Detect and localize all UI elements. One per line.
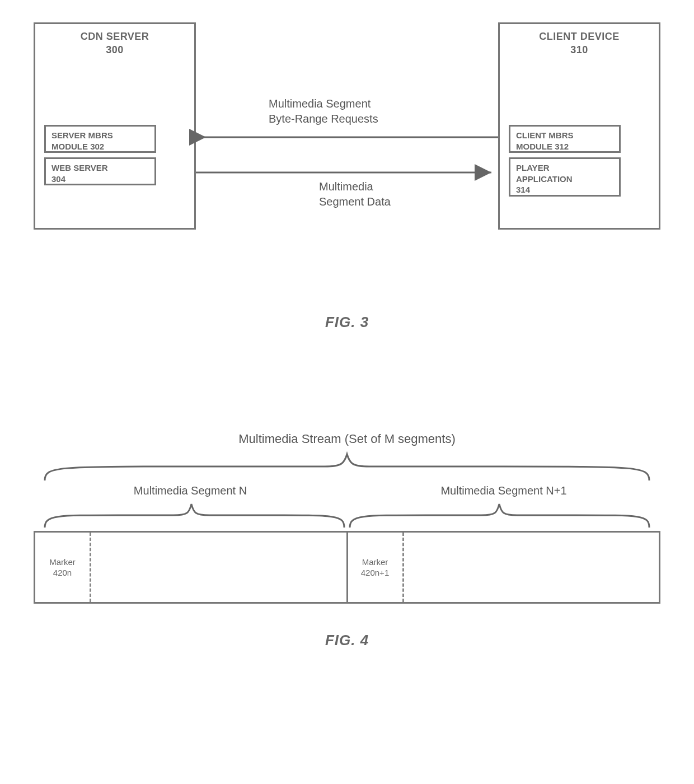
stream-box: Marker 420n Marker 420n+1 — [34, 531, 660, 604]
segment-braces — [34, 500, 660, 531]
data-arrow — [196, 167, 498, 178]
figure-4: Multimedia Stream (Set of M segments) Mu… — [34, 432, 660, 649]
request-arrow-label: Multimedia Segment Byte-Range Requests — [269, 96, 378, 127]
player-application-module: PLAYER APPLICATION 314 — [509, 157, 621, 197]
client-mbrs-module: CLIENT MBRS MODULE 312 — [509, 125, 621, 153]
segment-n-label: Multimedia Segment N — [34, 484, 347, 497]
cdn-server-box: CDN SERVER 300 SERVER MBRS MODULE 302 WE… — [34, 22, 196, 230]
stream-title: Multimedia Stream (Set of M segments) — [34, 432, 660, 446]
marker-n1: Marker 420n+1 — [348, 533, 404, 602]
figure-3: CDN SERVER 300 SERVER MBRS MODULE 302 WE… — [34, 22, 660, 280]
segment-labels: Multimedia Segment N Multimedia Segment … — [34, 484, 660, 497]
client-device-box: CLIENT DEVICE 310 CLIENT MBRS MODULE 312… — [498, 22, 660, 230]
data-arrow-label: Multimedia Segment Data — [319, 179, 391, 209]
figure-4-caption: FIG. 4 — [34, 632, 660, 649]
stream-brace — [34, 450, 660, 484]
segment-n1: Marker 420n+1 — [346, 533, 659, 602]
marker-n: Marker 420n — [35, 533, 91, 602]
client-device-title: CLIENT DEVICE 310 — [500, 24, 659, 57]
figure-3-caption: FIG. 3 — [34, 314, 660, 331]
server-mbrs-module: SERVER MBRS MODULE 302 — [44, 125, 156, 153]
request-arrow — [196, 132, 498, 143]
cdn-server-title: CDN SERVER 300 — [35, 24, 194, 57]
web-server-module: WEB SERVER 304 — [44, 157, 156, 185]
segment-n1-label: Multimedia Segment N+1 — [347, 484, 660, 497]
segment-n: Marker 420n — [35, 533, 346, 602]
